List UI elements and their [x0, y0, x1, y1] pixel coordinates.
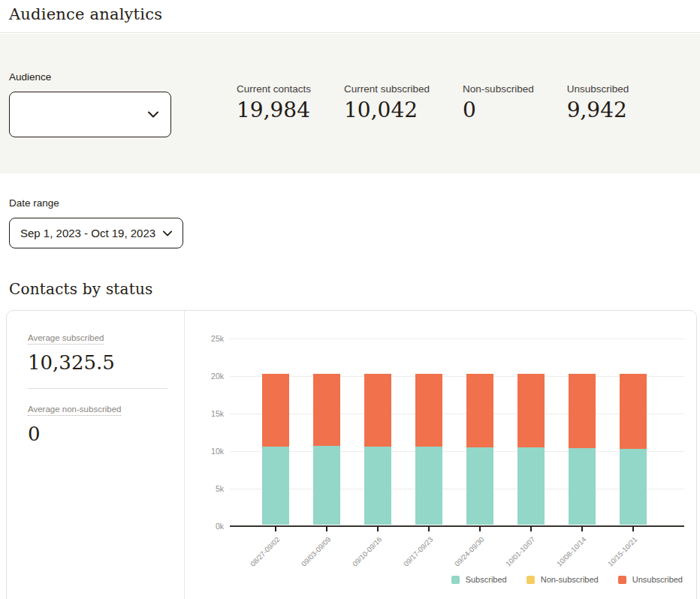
bar-segment-subscribed[interactable] [313, 446, 340, 525]
gridline [230, 339, 684, 339]
audience-panel: Audience Current contacts19,984Current s… [0, 34, 700, 173]
bar-segment-subscribed[interactable] [620, 449, 647, 525]
bar-segment-unsubscribed[interactable] [569, 374, 596, 448]
y-tick-label: 20k [197, 372, 224, 381]
stat-label: Current contacts [237, 83, 311, 95]
bar-segment-subscribed[interactable] [364, 447, 391, 525]
contacts-by-status-card: Average subscribed 10,325.5 Average non-… [6, 310, 697, 599]
x-tick-label: 09/03-09/09 [300, 535, 333, 568]
y-tick-label: 0k [197, 522, 224, 531]
x-axis-tick [581, 526, 583, 531]
stats-row: Current contacts19,984Current subscribed… [237, 83, 629, 122]
x-axis-line [230, 525, 684, 527]
stat-current-contacts: Current contacts19,984 [237, 83, 311, 122]
contacts-by-status-title: Contacts by status [9, 280, 153, 298]
date-range-selector[interactable]: Sep 1, 2023 - Oct 19, 2023 [9, 218, 183, 248]
legend-item-unsubscribed[interactable]: Unsubscribed [618, 575, 683, 584]
date-range-value: Sep 1, 2023 - Oct 19, 2023 [20, 227, 155, 239]
bar-segment-unsubscribed[interactable] [415, 374, 442, 447]
bar-segment-subscribed[interactable] [262, 447, 289, 525]
x-tick-label: 09/10-09/16 [351, 535, 384, 568]
bar-09/03-09/09 [313, 374, 340, 525]
average-subscribed-value: 10,325.5 [28, 351, 184, 374]
chevron-down-icon [163, 230, 172, 236]
x-axis-tick [479, 526, 481, 531]
bar-10/15-10/21 [620, 374, 647, 525]
x-tick-label: 09/24-09/30 [453, 535, 486, 568]
y-tick-label: 10k [197, 447, 224, 456]
bar-10/08-10/14 [569, 374, 596, 525]
legend-chip-subscribed [451, 576, 460, 584]
stat-label: Current subscribed [344, 83, 430, 95]
chart-plot: 0k5k10k15k20k25k08/27-09/0209/03-09/0909… [230, 339, 684, 526]
gridline [230, 489, 684, 489]
stat-label: Non-subscribed [463, 83, 534, 95]
bar-segment-unsubscribed[interactable] [364, 374, 391, 447]
legend-label: Unsubscribed [632, 575, 683, 584]
y-tick-label: 5k [197, 484, 224, 493]
legend-chip-non-subscribed [527, 576, 535, 584]
x-axis-tick [632, 526, 634, 531]
y-tick-label: 15k [197, 409, 224, 418]
x-tick-label: 10/15-10/21 [606, 535, 639, 568]
stat-label: Unsubscribed [567, 83, 629, 95]
averages-divider [28, 388, 167, 389]
stat-value: 19,984 [237, 99, 311, 122]
gridline [230, 414, 684, 414]
bar-09/10-09/16 [364, 374, 391, 525]
chart-legend: SubscribedNon-subscribedUnsubscribed [451, 575, 683, 584]
x-axis-tick [326, 526, 327, 531]
stat-unsubscribed: Unsubscribed9,942 [567, 83, 629, 122]
bar-segment-unsubscribed[interactable] [517, 374, 545, 447]
x-tick-label: 09/17-09/23 [402, 535, 435, 568]
x-axis-tick [530, 526, 532, 531]
audience-analytics-page: Audience analytics Audience Current cont… [0, 0, 700, 599]
bar-segment-unsubscribed[interactable] [466, 374, 493, 447]
date-range-label: Date range [9, 197, 59, 209]
bar-segment-subscribed[interactable] [466, 447, 493, 525]
chevron-down-icon [148, 111, 158, 118]
averages-panel: Average subscribed 10,325.5 Average non-… [7, 311, 185, 599]
stat-current-subscribed: Current subscribed10,042 [344, 83, 430, 122]
average-non-subscribed-label[interactable]: Average non-subscribed [28, 405, 121, 416]
bar-08/27-09/02 [262, 374, 289, 525]
bar-segment-unsubscribed[interactable] [620, 374, 647, 449]
stat-value: 10,042 [344, 99, 430, 122]
audience-select[interactable] [9, 92, 171, 137]
gridline [230, 376, 684, 377]
legend-label: Subscribed [466, 575, 507, 584]
bar-segment-subscribed[interactable] [415, 447, 442, 525]
page-header: Audience analytics [0, 0, 700, 33]
bar-segment-unsubscribed[interactable] [262, 374, 289, 447]
bar-segment-unsubscribed[interactable] [313, 374, 340, 446]
chart-region: 0k5k10k15k20k25k08/27-09/0209/03-09/0909… [191, 311, 696, 599]
bar-segment-subscribed[interactable] [517, 447, 545, 525]
legend-chip-unsubscribed [618, 576, 626, 584]
stat-value: 0 [463, 99, 534, 122]
legend-item-subscribed[interactable]: Subscribed [451, 575, 507, 584]
page-title: Audience analytics [9, 5, 162, 23]
x-tick-label: 10/01-10/07 [504, 535, 537, 568]
x-tick-label: 08/27-09/02 [249, 535, 282, 568]
x-tick-label: 10/08-10/14 [555, 535, 588, 568]
stat-non-subscribed: Non-subscribed0 [463, 83, 534, 122]
average-subscribed-label[interactable]: Average subscribed [28, 333, 104, 345]
y-tick-label: 25k [197, 334, 224, 343]
bar-09/17-09/23 [415, 374, 442, 525]
audience-label: Audience [9, 71, 51, 83]
x-axis-tick [428, 526, 430, 531]
bar-segment-subscribed[interactable] [569, 448, 596, 525]
legend-item-non-subscribed[interactable]: Non-subscribed [527, 575, 599, 584]
bar-09/24-09/30 [466, 374, 493, 525]
x-axis-tick [377, 526, 379, 531]
legend-label: Non-subscribed [541, 575, 599, 584]
x-axis-tick [275, 526, 276, 531]
bar-10/01-10/07 [517, 374, 545, 525]
average-non-subscribed-value: 0 [28, 423, 184, 445]
stat-value: 9,942 [567, 99, 629, 122]
gridline [230, 451, 684, 452]
